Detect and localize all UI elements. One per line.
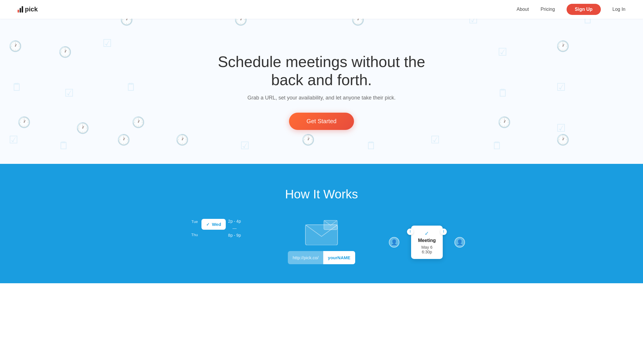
envelope-icon bbox=[304, 219, 339, 245]
hero-title: Schedule meetings without the back and f… bbox=[212, 53, 431, 89]
selected-day-box: ✓ Wed bbox=[201, 219, 226, 230]
nav-login[interactable]: Log In bbox=[613, 7, 625, 12]
person-left: 👤 bbox=[389, 237, 399, 248]
person-icon-right: 👤 bbox=[454, 237, 465, 248]
meeting-card-title: Meeting bbox=[418, 238, 436, 243]
notification-left: ! bbox=[407, 229, 413, 235]
bg-icon-19: 🗒 bbox=[126, 82, 136, 92]
logo[interactable]: pick bbox=[18, 6, 38, 13]
time-slots: 2p - 4p — 8p - 9p bbox=[228, 219, 241, 238]
bg-icon-21: ☑ bbox=[556, 82, 566, 92]
get-started-button[interactable]: Get Started bbox=[289, 113, 354, 130]
hero-section: ☑ 🗒 🕐 🗒 🕐 🗒 🕐 🗒 ☑ 🕐 🗒 🕐 🕐 ☑ ☑ 🕐 🗒 ☑ 🗒 🗒 … bbox=[0, 0, 643, 164]
logo-text: pick bbox=[25, 6, 38, 13]
person-right: 👤 bbox=[454, 237, 465, 248]
meeting-card-wrapper: 👤 👤 ! ! ✓ Meeting May 6 6:30p bbox=[398, 219, 456, 266]
bg-icon-12: 🕐 bbox=[9, 41, 22, 51]
meeting-check-icon: ✓ bbox=[418, 230, 436, 237]
bg-icon-28: 🗒 bbox=[59, 140, 69, 151]
bg-icon-20: 🗒 bbox=[498, 88, 508, 98]
notification-right: ! bbox=[440, 229, 447, 235]
time-slot-2: — bbox=[228, 226, 241, 231]
url-widget: http://pick.co/ yourNAME bbox=[288, 251, 355, 264]
how-it-works-section: How It Works Tue Thu ✓ Wed 2p - 4p bbox=[0, 164, 643, 283]
nav-about[interactable]: About bbox=[517, 7, 529, 12]
bg-icon-16: 🕐 bbox=[556, 41, 570, 51]
bg-icon-22: 🕐 bbox=[18, 117, 31, 128]
day-selector: ✓ Wed bbox=[201, 219, 226, 238]
meeting-card-date: May 6 bbox=[418, 245, 436, 250]
hero-content: Schedule meetings without the back and f… bbox=[206, 35, 437, 148]
section-title: How It Works bbox=[12, 187, 631, 201]
day-thu: Thu bbox=[191, 233, 199, 237]
check-icon: ✓ bbox=[206, 222, 210, 227]
selected-day-text: Wed bbox=[212, 222, 221, 227]
bg-icon-24: 🕐 bbox=[132, 117, 145, 128]
bg-icon-36: 🕐 bbox=[556, 135, 570, 145]
bg-icon-29: 🕐 bbox=[117, 135, 130, 145]
bg-icon-25: 🕐 bbox=[498, 117, 511, 128]
day-labels: Tue Thu bbox=[191, 219, 199, 238]
person-icon-left: 👤 bbox=[389, 237, 399, 248]
bg-icon-18: ☑ bbox=[64, 88, 74, 98]
time-slot-1: 2p - 4p bbox=[228, 219, 241, 224]
day-tue: Tue bbox=[191, 219, 199, 224]
nav-signup-button[interactable]: Sign Up bbox=[567, 4, 601, 15]
meeting-card: ! ! ✓ Meeting May 6 6:30p bbox=[411, 226, 443, 259]
url-base-text: http://pick.co/ bbox=[288, 251, 323, 264]
navbar: pick About Pricing Sign Up Log In bbox=[0, 0, 643, 19]
steps-row: Tue Thu ✓ Wed 2p - 4p — 8p - 9p bbox=[12, 219, 631, 266]
nav-links: About Pricing Sign Up Log In bbox=[517, 4, 625, 15]
day-wed-label bbox=[191, 226, 199, 230]
bg-icon-15: ☑ bbox=[498, 47, 507, 57]
bg-icon-23: 🕐 bbox=[76, 123, 89, 133]
bg-icon-35: 🗒 bbox=[492, 140, 502, 151]
url-name-text: yourNAME bbox=[323, 251, 355, 264]
meeting-card-time: 6:30p bbox=[418, 250, 436, 254]
nav-pricing[interactable]: Pricing bbox=[541, 7, 555, 12]
bg-icon-13: 🕐 bbox=[59, 47, 72, 57]
hero-subtitle: Grab a URL, set your availability, and l… bbox=[212, 95, 431, 101]
bg-icon-14: ☑ bbox=[102, 38, 112, 49]
bg-icon-17: 🗒 bbox=[12, 82, 22, 92]
step-availability: Tue Thu ✓ Wed 2p - 4p — 8p - 9p bbox=[175, 219, 257, 238]
bg-icon-26: ☑ bbox=[556, 123, 566, 133]
time-slot-3: 8p - 9p bbox=[228, 233, 241, 238]
step-meeting: 👤 👤 ! ! ✓ Meeting May 6 6:30p bbox=[386, 219, 468, 266]
bg-icon-27: ☑ bbox=[9, 135, 18, 145]
calendar-widget: Tue Thu ✓ Wed 2p - 4p — 8p - 9p bbox=[191, 219, 241, 238]
bg-icon-30: 🕐 bbox=[176, 135, 189, 145]
step-url: http://pick.co/ yourNAME bbox=[281, 219, 362, 264]
logo-icon bbox=[18, 6, 23, 13]
